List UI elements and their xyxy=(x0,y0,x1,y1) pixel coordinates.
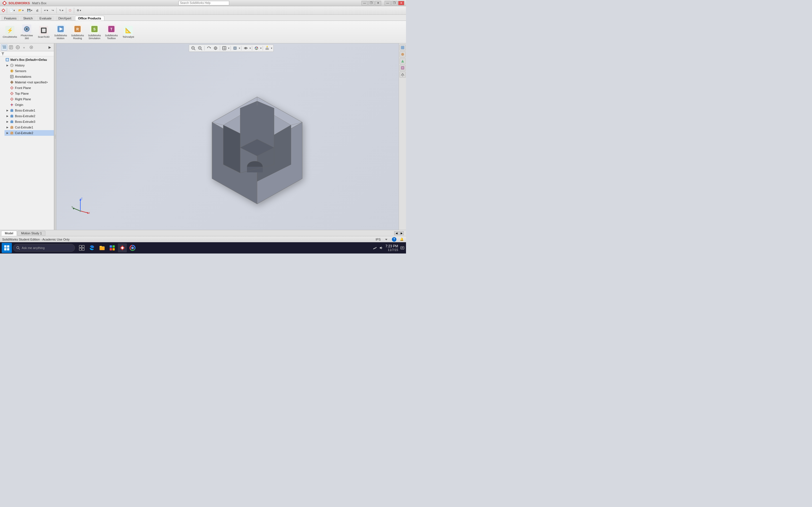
taskbar-search-text: Ask me anything xyxy=(22,246,45,249)
tree-item-boss-extrude3[interactable]: ▶ Boss-Extrude3 xyxy=(4,119,54,124)
help-search-input[interactable] xyxy=(179,1,229,5)
save-button[interactable]: 💾 ▾ xyxy=(26,7,34,14)
feature-manager-btn[interactable] xyxy=(1,44,7,50)
ribbon-sw-motion[interactable]: SolidWorks Motion xyxy=(53,23,68,41)
print-button[interactable]: 🖨 xyxy=(35,7,40,14)
tree-item-right-plane[interactable]: Right Plane xyxy=(4,96,54,102)
svg-rect-135 xyxy=(112,248,115,250)
property-manager-btn[interactable] xyxy=(8,44,14,50)
taskbar-search[interactable]: Ask me anything xyxy=(13,244,75,252)
ribbon-sw-routing[interactable]: R SolidWorks Routing xyxy=(70,23,85,41)
zoom-to-fit-button[interactable] xyxy=(190,45,197,51)
solidworks-taskbar-button[interactable] xyxy=(118,243,127,252)
tab-sketch[interactable]: Sketch xyxy=(20,16,36,20)
svg-line-127 xyxy=(18,248,20,249)
select-button[interactable]: ↖ ▾ xyxy=(58,7,65,14)
restore-button[interactable]: ❐ xyxy=(391,1,398,5)
svg-rect-30 xyxy=(6,59,8,61)
origin-label: Origin xyxy=(15,103,23,107)
ribbon-tolanalyst[interactable]: 📐 TolAnalyst xyxy=(121,24,136,40)
status-right: IPS ? 🔔 xyxy=(375,237,404,242)
open-button[interactable]: 📂 ▾ xyxy=(17,7,25,14)
tree-item-origin[interactable]: Origin xyxy=(4,102,54,108)
cut1-icon xyxy=(10,125,14,129)
task-view-button[interactable] xyxy=(77,243,86,252)
tree-root-item[interactable]: Matt's Box (Default<<Defau xyxy=(0,57,54,62)
start-button[interactable] xyxy=(2,243,12,253)
tab-scroll-left[interactable]: ◀ xyxy=(394,231,399,235)
tree-item-boss-extrude1[interactable]: ▶ Boss-Extrude1 xyxy=(4,108,54,113)
store-button[interactable] xyxy=(108,243,117,252)
tree-item-history[interactable]: ▶ History xyxy=(4,62,54,68)
rotate-button[interactable] xyxy=(206,45,212,51)
svg-line-64 xyxy=(194,49,195,50)
tab-motion-study1[interactable]: Motion Study 1 xyxy=(17,231,45,236)
ribbon-circuitworks[interactable]: ⚡ CircuitWorks xyxy=(2,24,17,40)
pan-button[interactable] xyxy=(213,45,219,51)
tab-scroll-buttons: ◀ ▶ xyxy=(394,231,404,235)
hide-show-button[interactable] xyxy=(243,45,249,51)
help-restore-button[interactable]: ❐ xyxy=(368,1,374,5)
tolanalyst-icon: 📐 xyxy=(124,26,133,35)
tree-item-top-plane[interactable]: Top Plane xyxy=(4,91,54,96)
file-explorer-button[interactable] xyxy=(98,243,107,252)
tree-item-cut-extrude2[interactable]: ▶ Cut-Extrude2 xyxy=(4,130,54,136)
tree-item-sensors[interactable]: Sensors xyxy=(4,68,54,74)
svg-point-27 xyxy=(31,47,32,48)
config-manager-btn[interactable] xyxy=(15,44,21,50)
redo-button[interactable]: ↪ xyxy=(50,7,55,14)
3d-viewport[interactable]: ▾ ▾ ▾ xyxy=(56,43,406,230)
zoom-in-button[interactable] xyxy=(197,45,203,51)
help-close-button[interactable]: ✕ xyxy=(375,1,381,5)
right-tab-5[interactable] xyxy=(400,71,406,78)
chrome-button[interactable] xyxy=(128,243,137,252)
help-button-icon[interactable]: ? xyxy=(392,237,396,242)
cut2-expand-icon: ▶ xyxy=(6,131,9,135)
tab-scroll-right[interactable]: ▶ xyxy=(399,231,404,235)
toolbar-separator-2 xyxy=(41,8,42,13)
options-button[interactable]: ⚙ ▾ xyxy=(75,7,83,14)
tab-dimxpert[interactable]: DimXpert xyxy=(55,16,74,20)
scene-button[interactable] xyxy=(264,45,270,51)
appearance-button[interactable] xyxy=(253,45,260,51)
right-tab-1[interactable] xyxy=(400,45,406,51)
ribbon-photoview[interactable]: PhotoView 360 xyxy=(19,23,35,41)
tree-item-boss-extrude2[interactable]: ▶ Boss-Extrude2 xyxy=(4,113,54,119)
help-minimize-button[interactable]: — xyxy=(361,1,368,5)
tab-model[interactable]: Model xyxy=(1,231,17,236)
save-icon: 💾 xyxy=(27,9,31,12)
display-style-button[interactable] xyxy=(232,45,238,51)
edge-button[interactable] xyxy=(87,243,96,252)
new-button[interactable]: 📄 ▾ xyxy=(8,7,16,14)
dimxpert-manager-btn[interactable]: + xyxy=(21,44,28,50)
ribbon-sw-simulation[interactable]: S SolidWorks Simulation xyxy=(87,23,102,41)
system-clock[interactable]: 7:23 PM 11/7/15 xyxy=(386,244,398,251)
tab-features[interactable]: Features xyxy=(1,16,19,20)
tree-item-annotations[interactable]: Annotations xyxy=(4,74,54,79)
ribbon-scanto3d[interactable]: 🔲 ScanTo3D xyxy=(36,24,51,40)
panel-expand-btn[interactable]: ▶ xyxy=(47,44,53,50)
tab-evaluate[interactable]: Evaluate xyxy=(36,16,55,20)
undo-button[interactable]: ↩ ▾ xyxy=(43,7,50,14)
scene-arrow: ▾ xyxy=(271,47,272,50)
close-button[interactable]: ✕ xyxy=(398,1,404,5)
right-tab-4[interactable] xyxy=(400,65,406,71)
svg-point-83 xyxy=(257,47,257,48)
ribbon-sw-toolbox[interactable]: T SolidWorks Toolbox xyxy=(104,23,119,41)
right-plane-expand-icon xyxy=(6,98,9,101)
view-orientation-button[interactable] xyxy=(221,45,227,51)
panel-splitter[interactable] xyxy=(54,43,56,230)
minimize-button[interactable]: — xyxy=(385,1,391,5)
tree-item-cut-extrude1[interactable]: ▶ Cut-Extrude1 xyxy=(4,124,54,130)
tab-office-products[interactable]: Office Products xyxy=(75,16,104,20)
right-tab-3[interactable] xyxy=(400,58,406,64)
tree-item-front-plane[interactable]: Front Plane xyxy=(4,85,54,91)
rebuild-button[interactable]: ⬡ xyxy=(67,7,73,14)
network-icon xyxy=(373,246,377,250)
history-icon xyxy=(10,63,14,68)
filter-icon xyxy=(1,52,4,55)
tree-item-material[interactable]: Material <not specified> xyxy=(4,79,54,85)
display-manager-btn[interactable] xyxy=(28,44,35,50)
right-tab-2[interactable] xyxy=(400,51,406,57)
svg-point-6 xyxy=(26,28,28,30)
